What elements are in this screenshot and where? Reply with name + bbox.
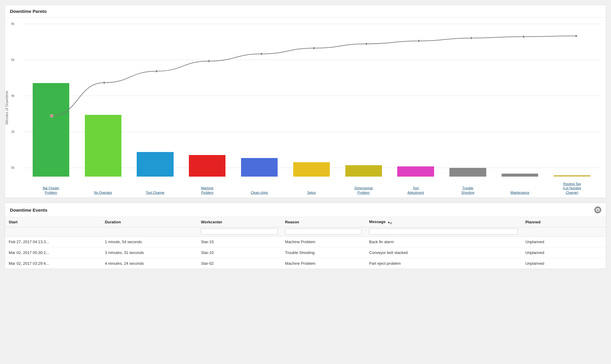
grid-label: 2k bbox=[11, 130, 15, 133]
bar-label[interactable]: Tool Adjustment bbox=[390, 186, 441, 195]
bars-container: Bar Feeder ProblemNo OperatorTool Change… bbox=[23, 24, 600, 177]
bar-group: No Operator bbox=[78, 115, 129, 177]
cell-start: Mar 02, 2017 03:29:4... bbox=[5, 258, 101, 269]
grid-label: 8k bbox=[11, 22, 15, 25]
filter-cell-duration bbox=[101, 227, 198, 237]
bar-group: Trouble Shooting bbox=[443, 168, 493, 177]
bar[interactable] bbox=[33, 83, 69, 177]
filter-cell-message bbox=[365, 227, 522, 237]
cell-start: Feb 27, 2017 04:13:3... bbox=[5, 237, 101, 247]
table-row: Mar 02, 2017 05:30:2...3 minutes, 31 sec… bbox=[5, 247, 606, 258]
col-header-reason: Reason bbox=[282, 217, 366, 227]
filter-cell-start bbox=[5, 227, 101, 237]
table-row: Feb 27, 2017 04:13:3...1 minute, 54 seco… bbox=[5, 237, 606, 247]
bar-group: Routing Tag (Lot Number Change) bbox=[547, 175, 598, 177]
bar-group: Clean chips bbox=[234, 158, 285, 177]
bar-label[interactable]: Routing Tag (Lot Number Change) bbox=[547, 182, 598, 195]
grid-label: 6k bbox=[11, 58, 15, 61]
bar-group: Bar Feeder Problem bbox=[25, 83, 76, 177]
bar-group: Dimensional Problem bbox=[338, 165, 389, 177]
bar[interactable] bbox=[397, 166, 434, 177]
grid-label: 0k bbox=[11, 166, 15, 169]
cell-planned: Unplanned bbox=[522, 258, 606, 269]
cell-duration: 4 minutes, 24 seconds bbox=[101, 258, 198, 269]
cell-workcenter: Star-02 bbox=[197, 258, 282, 269]
filter-row bbox=[5, 227, 606, 237]
bar-label[interactable]: Trouble Shooting bbox=[443, 186, 493, 195]
col-header-duration: Duration bbox=[101, 217, 198, 227]
cell-workcenter: Star-15 bbox=[197, 237, 282, 247]
filter-cell-planned bbox=[522, 227, 606, 237]
events-card: Downtime Events Start Duration bbox=[5, 203, 606, 269]
bar-label[interactable]: No Operator bbox=[78, 190, 129, 195]
bar-group: Tool Adjustment bbox=[390, 166, 441, 177]
bar-label[interactable]: Maintenance bbox=[494, 190, 545, 195]
bar-label[interactable]: Bar Feeder Problem bbox=[25, 186, 76, 195]
pareto-chart: Minutes of Downtime 8k6k4k2k0kBar Feeder… bbox=[5, 18, 606, 198]
bar[interactable] bbox=[345, 165, 382, 177]
download-button[interactable] bbox=[595, 207, 601, 213]
bar[interactable] bbox=[85, 115, 121, 177]
bar[interactable] bbox=[293, 162, 330, 177]
cell-reason: Machine Problem bbox=[282, 237, 366, 247]
cell-planned: Unplanned bbox=[522, 247, 606, 258]
cell-workcenter: Star-10 bbox=[197, 247, 282, 258]
bar[interactable] bbox=[449, 168, 486, 177]
bar[interactable] bbox=[137, 152, 173, 177]
col-header-workcenter: Workcenter bbox=[197, 217, 282, 227]
bar[interactable] bbox=[554, 175, 590, 177]
filter-cell-reason bbox=[282, 227, 366, 237]
bar-label[interactable]: Machine Problem bbox=[182, 186, 233, 195]
events-header: Downtime Events bbox=[5, 203, 606, 217]
cell-start: Mar 02, 2017 05:30:2... bbox=[5, 247, 101, 258]
bar-group: Tool Change bbox=[130, 152, 181, 177]
y-axis-label: Minutes of Downtime bbox=[5, 91, 9, 124]
bar-label[interactable]: Tool Change bbox=[130, 190, 181, 195]
chart-area: 8k6k4k2k0kBar Feeder ProblemNo OperatorT… bbox=[23, 24, 600, 195]
bar-label[interactable]: Clean chips bbox=[234, 190, 285, 195]
bar[interactable] bbox=[189, 155, 225, 177]
pareto-title: Downtime Pareto bbox=[5, 5, 606, 18]
filter-input-message[interactable] bbox=[369, 228, 518, 234]
bar[interactable] bbox=[241, 158, 278, 177]
cell-duration: 3 minutes, 31 seconds bbox=[101, 247, 198, 258]
col-header-planned: Planned bbox=[522, 217, 606, 227]
table-header-row: Start Duration Workcenter Reason Message… bbox=[5, 217, 606, 227]
events-title: Downtime Events bbox=[10, 207, 47, 213]
sort-indicator-message: ▲2 bbox=[387, 220, 392, 224]
filter-input-reason[interactable] bbox=[285, 228, 362, 234]
cell-reason: Machine Problem bbox=[282, 258, 366, 269]
cell-planned: Unplanned bbox=[522, 237, 606, 247]
cell-reason: Trouble Shooting bbox=[282, 247, 366, 258]
table-row: Mar 02, 2017 03:29:4...4 minutes, 24 sec… bbox=[5, 258, 606, 269]
cell-duration: 1 minute, 54 seconds bbox=[101, 237, 198, 247]
cell-message: Part eject problem bbox=[365, 258, 522, 269]
col-header-message[interactable]: Message ▲2 bbox=[365, 217, 522, 227]
bar-label[interactable]: Dimensional Problem bbox=[338, 186, 389, 195]
bar-group: Setup bbox=[286, 162, 337, 177]
events-table: Start Duration Workcenter Reason Message… bbox=[5, 217, 606, 269]
events-table-body: Feb 27, 2017 04:13:3...1 minute, 54 seco… bbox=[5, 237, 606, 269]
col-header-start: Start bbox=[5, 217, 101, 227]
bar[interactable] bbox=[502, 174, 538, 177]
cell-message: Conveyor belt stacked bbox=[365, 247, 522, 258]
cell-message: Back fin alarm bbox=[365, 237, 522, 247]
filter-cell-workcenter bbox=[197, 227, 282, 237]
pareto-card: Downtime Pareto Minutes of Downtime 8k6k… bbox=[5, 5, 606, 198]
bar-group: Maintenance bbox=[494, 174, 545, 177]
grid-label: 4k bbox=[11, 94, 15, 97]
bar-group: Machine Problem bbox=[182, 155, 233, 177]
filter-input-workcenter[interactable] bbox=[201, 228, 278, 234]
bar-label[interactable]: Setup bbox=[286, 190, 337, 195]
